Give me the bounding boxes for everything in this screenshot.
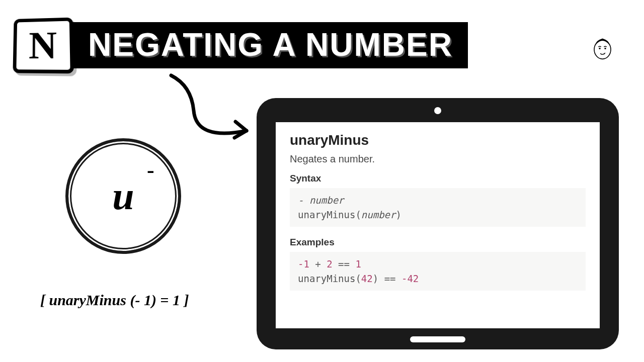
svg-point-1	[599, 48, 600, 49]
ex1-plus: +	[309, 258, 327, 269]
syntax-dash: -	[298, 195, 309, 206]
page-title: NEGATING A NUMBER	[58, 22, 468, 68]
syntax-arg2: number	[361, 209, 396, 220]
ex1-b: 2	[327, 258, 332, 269]
ex2-res: -42	[401, 273, 419, 284]
syntax-block: - number unaryMinus(number)	[290, 188, 586, 227]
examples-heading: Examples	[290, 237, 586, 248]
syntax-arg1: number	[309, 195, 344, 206]
doc-title: unaryMinus	[290, 132, 586, 148]
badge-minus: -	[147, 157, 154, 183]
notion-logo-icon: N	[13, 18, 74, 74]
header: N NEGATING A NUMBER	[13, 18, 468, 73]
syntax-heading: Syntax	[290, 173, 586, 184]
svg-point-2	[604, 48, 606, 49]
badge-letter: u -	[112, 173, 134, 219]
arrow-icon	[146, 70, 267, 156]
ex2-eq: ==	[378, 273, 401, 284]
badge-u: u	[112, 174, 134, 218]
syntax-close: )	[395, 209, 401, 220]
ex2-fn: unaryMinus(	[298, 273, 361, 284]
avatar-icon	[589, 35, 616, 63]
examples-block: -1 + 2 == 1 unaryMinus(42) == -42	[290, 252, 586, 291]
ex2-arg: 42	[361, 273, 373, 284]
ex1-eq: ==	[333, 258, 356, 269]
ex2-close: )	[373, 273, 378, 284]
doc-screen: unaryMinus Negates a number. Syntax - nu…	[276, 122, 600, 328]
syntax-fn: unaryMinus(	[298, 209, 361, 220]
ex1-a: -1	[298, 258, 309, 269]
formula-caption: [ unaryMinus (- 1) = 1 ]	[40, 292, 189, 309]
doc-description: Negates a number.	[290, 153, 586, 165]
operator-badge: u -	[65, 138, 181, 254]
face-icon	[589, 35, 616, 63]
tablet-frame: unaryMinus Negates a number. Syntax - nu…	[257, 98, 619, 349]
ex1-c: 1	[355, 258, 361, 269]
logo-letter: N	[29, 23, 57, 68]
